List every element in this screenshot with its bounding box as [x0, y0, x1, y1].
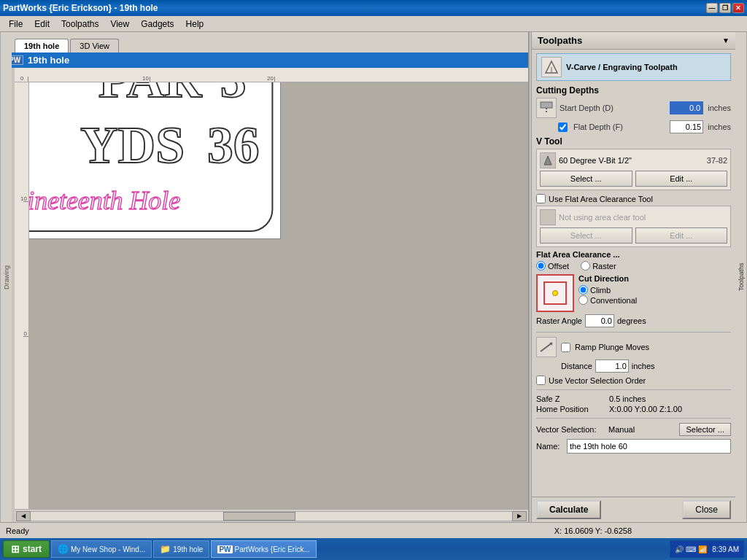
- tp-bottom-buttons: Calculate Close: [532, 497, 735, 522]
- climb-radio[interactable]: [578, 285, 588, 295]
- flat-depth-unit: inches: [708, 122, 731, 131]
- flat-depth-checkbox[interactable]: [558, 122, 568, 132]
- toolpaths-content: V-Carve / Engraving Toolpath Cutting Dep…: [532, 50, 735, 497]
- start-button[interactable]: ⊞ start: [3, 540, 50, 558]
- menu-edit[interactable]: Edit: [28, 18, 55, 31]
- flat-area-checkbox-row: Use Flat Area Clearance Tool: [536, 194, 731, 203]
- system-tray: 🔊 ⌨ 📶 8:39 AM: [670, 540, 744, 558]
- tabs-row: 19th hole 3D View: [0, 32, 528, 52]
- design-canvas[interactable]: 19 PAR 3 YDS 36 The Nineteenth Hole: [29, 82, 281, 239]
- vector-order-row: Use Vector Selection Order: [536, 376, 731, 385]
- vcarve-title: V-Carve / Engraving Toolpath: [566, 63, 678, 71]
- v-tool-title: V Tool: [536, 136, 731, 147]
- vector-selection-value: Manual: [608, 425, 676, 434]
- menu-file[interactable]: File: [3, 18, 28, 31]
- raster-radio-row: Raster: [581, 261, 616, 271]
- flat-area-select-button[interactable]: Select ...: [540, 228, 632, 244]
- ramp-checkbox[interactable]: [561, 343, 570, 352]
- conventional-radio[interactable]: [578, 295, 588, 305]
- svg-text:36: 36: [207, 116, 260, 174]
- raster-label: Raster: [592, 262, 616, 271]
- close-button[interactable]: ✕: [732, 3, 744, 13]
- cut-direction-label: Cut Direction: [578, 274, 637, 283]
- vtool-code: 37-82: [707, 156, 727, 165]
- distance-input[interactable]: [595, 359, 629, 373]
- ramp-icon: [536, 337, 557, 357]
- start-depth-input[interactable]: [670, 101, 703, 114]
- tab-19th-hole[interactable]: 19th hole: [15, 39, 69, 52]
- canvas-wrapper[interactable]: 0 10 20 10 0: [0, 68, 528, 522]
- tray-icon-3: 📶: [698, 545, 707, 553]
- offset-label: Offset: [548, 262, 569, 271]
- toolpaths-collapse-icon[interactable]: ▼: [722, 36, 729, 44]
- vtool-box: 60 Degree V-Bit 1/2" 37-82 Select ... Ed…: [536, 149, 731, 190]
- name-input[interactable]: [567, 439, 731, 454]
- taskbar-item-myshop[interactable]: 🌐 My New Shop - Wind...: [51, 540, 152, 558]
- drawing-panel: Drawing 19th hole 3D View PW 19th hole 0…: [0, 32, 528, 522]
- status-ready: Ready: [6, 526, 29, 535]
- statusbar: Ready X: 16.0609 Y: -0.6258: [0, 522, 747, 538]
- raster-angle-input[interactable]: [585, 314, 614, 327]
- flat-area-edit-button[interactable]: Edit ...: [635, 228, 728, 244]
- conventional-label: Conventional: [590, 296, 637, 305]
- svg-text:The Nineteenth Hole: The Nineteenth Hole: [29, 186, 180, 215]
- flat-area-checkbox[interactable]: [536, 194, 546, 203]
- h-scrollbar[interactable]: ◀ ▶: [15, 509, 528, 522]
- top-ruler: 0 10 20: [15, 68, 528, 82]
- home-position-value: X:0.00 Y:0.00 Z:1.00: [609, 405, 682, 413]
- tab-3d-view[interactable]: 3D View: [70, 39, 119, 52]
- side-drawing-label: Drawing: [0, 32, 12, 522]
- toolpaths-side-tab[interactable]: Toolpaths: [735, 32, 747, 522]
- flat-depth-input[interactable]: [670, 120, 703, 133]
- scroll-right-button[interactable]: ▶: [512, 511, 527, 521]
- menu-gadgets[interactable]: Gadgets: [135, 18, 179, 31]
- vector-selection-row: Vector Selection: Manual Selector ...: [536, 423, 731, 436]
- menu-view[interactable]: View: [104, 18, 135, 31]
- menubar: File Edit Toolpaths View Gadgets Help: [0, 16, 747, 32]
- svg-text:3: 3: [220, 82, 247, 108]
- raster-radio[interactable]: [581, 261, 590, 271]
- vtool-select-button[interactable]: Select ...: [540, 171, 632, 187]
- tray-icon-2: ⌨: [686, 545, 696, 553]
- offset-radio[interactable]: [536, 261, 546, 271]
- canvas-area[interactable]: 19 PAR 3 YDS 36 The Nineteenth Hole: [29, 82, 528, 509]
- taskbar-item-19thhole[interactable]: 📁 19th hole: [153, 540, 209, 558]
- flat-area-clearance-title: Flat Area Clearance ...: [536, 250, 731, 259]
- drawing-title: 19th hole: [28, 55, 69, 66]
- scrollbar-thumb[interactable]: [223, 512, 295, 521]
- scroll-left-button[interactable]: ◀: [16, 511, 31, 521]
- start-depth-row: Start Depth (D) inches: [536, 98, 731, 118]
- separator-2: [536, 389, 731, 390]
- vector-order-label: Use Vector Selection Order: [549, 376, 646, 385]
- minimize-button[interactable]: —: [706, 3, 718, 13]
- taskbar-item-partworks[interactable]: PW PartWorks {Eric Erick...: [211, 540, 316, 558]
- main-area: Drawing 19th hole 3D View PW 19th hole 0…: [0, 32, 747, 522]
- climb-label: Climb: [590, 286, 611, 295]
- flat-area-label: Use Flat Area Clearance Tool: [549, 195, 653, 203]
- vtool-icon: [540, 152, 556, 168]
- cut-direction-options: Cut Direction Climb Conventional: [578, 274, 637, 312]
- svg-text:YDS: YDS: [80, 116, 185, 174]
- vector-order-checkbox[interactable]: [536, 376, 546, 385]
- distance-label: Distance: [561, 362, 592, 370]
- start-depth-unit: inches: [708, 104, 731, 112]
- restore-button[interactable]: ❐: [719, 3, 731, 13]
- safe-z-label: Safe Z: [536, 394, 602, 403]
- offset-radio-row: Offset: [536, 261, 569, 271]
- menu-toolpaths[interactable]: Toolpaths: [55, 18, 104, 31]
- selector-button[interactable]: Selector ...: [679, 423, 731, 436]
- close-button-tp[interactable]: Close: [682, 500, 731, 519]
- status-coordinates: X: 16.0609 Y: -0.6258: [554, 526, 632, 535]
- tray-icon-1: 🔊: [675, 545, 684, 553]
- titlebar-controls: — ❐ ✕: [706, 3, 744, 13]
- separator-1: [536, 332, 731, 332]
- toolpaths-header: Toolpaths ▼: [532, 32, 735, 50]
- menu-help[interactable]: Help: [180, 18, 210, 31]
- vtool-row: 60 Degree V-Bit 1/2" 37-82: [540, 152, 727, 168]
- vtool-edit-button[interactable]: Edit ...: [635, 171, 728, 187]
- start-depth-label: Start Depth (D): [560, 104, 667, 112]
- separator-3: [536, 418, 731, 419]
- cutting-depths-section: Cutting Depths Start Depth (D) inches Fl…: [536, 85, 731, 133]
- svg-text:PAR: PAR: [98, 82, 203, 108]
- calculate-button[interactable]: Calculate: [536, 500, 601, 519]
